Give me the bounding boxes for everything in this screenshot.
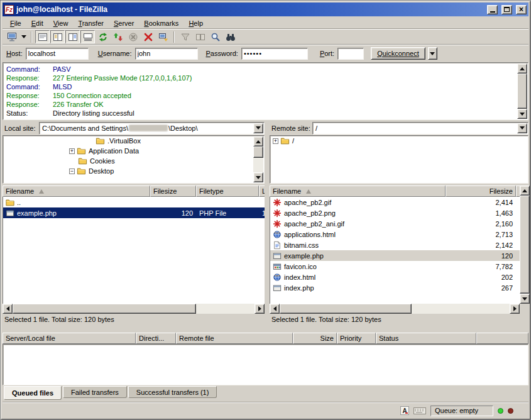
transfer-queue-list[interactable] — [3, 344, 528, 385]
cancel-operation-button[interactable] — [126, 30, 140, 43]
log-text: 226 Transfer OK — [53, 101, 104, 108]
file-row[interactable]: apache_pb2_ani.gif2,160 — [270, 218, 520, 229]
column-header-status[interactable]: Status — [376, 333, 476, 344]
local-horizontal-scrollbar[interactable] — [3, 304, 265, 314]
host-input[interactable] — [26, 48, 89, 60]
file-row[interactable]: apache_pb2.gif2,414 — [270, 197, 520, 207]
tree-expander-icon[interactable]: + — [273, 138, 278, 144]
site-manager-dropdown-button[interactable] — [19, 30, 28, 43]
menu-bookmarks[interactable]: Bookmarks — [139, 18, 183, 28]
refresh-button[interactable] — [96, 30, 110, 43]
menu-edit[interactable]: Edit — [26, 18, 48, 28]
column-header-remote-file[interactable]: Remote file — [176, 333, 293, 344]
quickconnect-button[interactable]: Quickconnect — [371, 47, 425, 60]
file-row[interactable]: applications.html2,713 — [270, 229, 520, 240]
column-header-priority[interactable]: Priority — [337, 333, 376, 344]
toggle-message-log-button[interactable] — [35, 30, 50, 43]
tab-queued-files[interactable]: Queued files — [4, 386, 62, 400]
file-row[interactable]: apache_pb2.png1,463 — [270, 207, 520, 218]
scrollbar-track[interactable] — [13, 304, 255, 314]
column-header-modified[interactable]: L — [259, 185, 265, 197]
scrollbar-thumb[interactable] — [280, 304, 412, 314]
disconnect-button[interactable] — [141, 30, 155, 43]
quickconnect-dropdown-button[interactable] — [428, 47, 437, 60]
scrollbar-thumb[interactable] — [253, 146, 263, 158]
scrollbar-thumb[interactable] — [520, 196, 530, 294]
scrollbar-thumb[interactable] — [517, 74, 527, 109]
tree-expander-icon[interactable]: + — [69, 148, 75, 154]
scroll-left-button[interactable] — [3, 304, 13, 314]
synchronized-browsing-button[interactable] — [208, 30, 222, 43]
scroll-up-button[interactable] — [253, 136, 263, 146]
column-header-filename[interactable]: Filename — [3, 185, 150, 197]
remote-site-dropdown-button[interactable] — [517, 123, 527, 133]
column-header-filetype[interactable]: Filetype — [196, 185, 259, 197]
scroll-right-button[interactable] — [510, 304, 520, 314]
scroll-down-button[interactable] — [517, 109, 527, 119]
local-site-combo[interactable]: C:\Documents and Settings\\Desktop\ — [39, 122, 265, 135]
remote-horizontal-scrollbar[interactable] — [270, 304, 520, 314]
file-row-selected[interactable]: example.php 120 PHP File 1 — [3, 207, 265, 218]
file-row[interactable]: index.php267 — [270, 282, 520, 293]
tree-item[interactable]: +Application Data — [3, 146, 264, 156]
toggle-remote-tree-button[interactable] — [65, 30, 80, 43]
scroll-down-button[interactable] — [520, 294, 530, 304]
scroll-right-button[interactable] — [255, 304, 265, 314]
remote-site-combo[interactable]: / — [312, 122, 528, 135]
password-input[interactable] — [241, 48, 308, 60]
menu-transfer[interactable]: Transfer — [73, 18, 109, 28]
tree-scrollbar[interactable] — [253, 136, 263, 182]
remote-list-scrollbar[interactable] — [520, 185, 530, 304]
site-manager-button[interactable] — [4, 30, 19, 43]
minimize-button[interactable] — [487, 5, 498, 14]
scroll-up-button[interactable] — [517, 64, 527, 74]
scrollbar-track[interactable] — [280, 304, 510, 314]
scroll-left-button[interactable] — [270, 304, 280, 314]
column-header-filesize[interactable]: Filesize — [446, 185, 516, 197]
maximize-button[interactable] — [501, 5, 512, 14]
file-row[interactable]: .. — [3, 197, 265, 207]
log-type: Command: — [6, 65, 53, 74]
column-header-server-local-file[interactable]: Server/Local file — [3, 333, 136, 344]
local-file-list[interactable]: .. example.php 120 PHP File 1 — [3, 197, 265, 304]
directory-comparison-button[interactable] — [193, 30, 207, 43]
column-header-filesize[interactable]: Filesize — [150, 185, 196, 197]
toggle-queue-button[interactable] — [80, 30, 95, 43]
tree-expander-icon[interactable]: − — [69, 169, 75, 174]
local-site-dropdown-button[interactable] — [253, 123, 263, 133]
port-input[interactable] — [337, 48, 364, 60]
file-name: .. — [17, 199, 21, 206]
file-row-selected[interactable]: example.php120 — [270, 250, 520, 261]
menu-view[interactable]: View — [48, 18, 74, 28]
menu-help[interactable]: Help — [183, 18, 208, 28]
tab-failed-transfers[interactable]: Failed transfers — [63, 386, 127, 398]
tree-item[interactable]: −Desktop — [3, 166, 264, 176]
tree-item[interactable]: Cookies — [3, 156, 264, 166]
reconnect-icon — [158, 32, 168, 42]
titlebar[interactable]: Fz john@localhost - FileZilla × — [3, 3, 528, 16]
scroll-down-button[interactable] — [253, 172, 263, 182]
toggle-local-tree-button[interactable] — [50, 30, 65, 43]
tree-item[interactable]: +/ — [270, 136, 528, 146]
column-header-size[interactable]: Size — [293, 333, 337, 344]
tree-item[interactable]: .VirtualBox — [3, 136, 264, 146]
process-queue-button[interactable] — [111, 30, 125, 43]
username-input[interactable] — [135, 48, 198, 60]
column-header-filename[interactable]: Filename — [270, 185, 446, 197]
log-scrollbar[interactable] — [517, 64, 527, 119]
close-button[interactable]: × — [516, 5, 527, 14]
find-files-button[interactable] — [223, 30, 238, 43]
menu-server[interactable]: Server — [109, 18, 139, 28]
column-header-direction[interactable]: Directi... — [136, 333, 176, 344]
ascii-data-type-icon: A — [400, 406, 409, 415]
file-row[interactable]: favicon.ico7,782 — [270, 261, 520, 272]
remote-file-list[interactable]: apache_pb2.gif2,414 apache_pb2.png1,463 … — [270, 197, 520, 304]
scroll-up-button[interactable] — [520, 185, 530, 196]
file-row[interactable]: index.html202 — [270, 272, 520, 282]
menu-file[interactable]: File — [5, 18, 26, 28]
file-row[interactable]: bitnami.css2,142 — [270, 240, 520, 250]
reconnect-button[interactable] — [156, 30, 170, 43]
directory-filter-button[interactable] — [178, 30, 192, 43]
scrollbar-thumb[interactable] — [13, 304, 196, 314]
tab-successful-transfers[interactable]: Successful transfers (1) — [128, 386, 217, 398]
